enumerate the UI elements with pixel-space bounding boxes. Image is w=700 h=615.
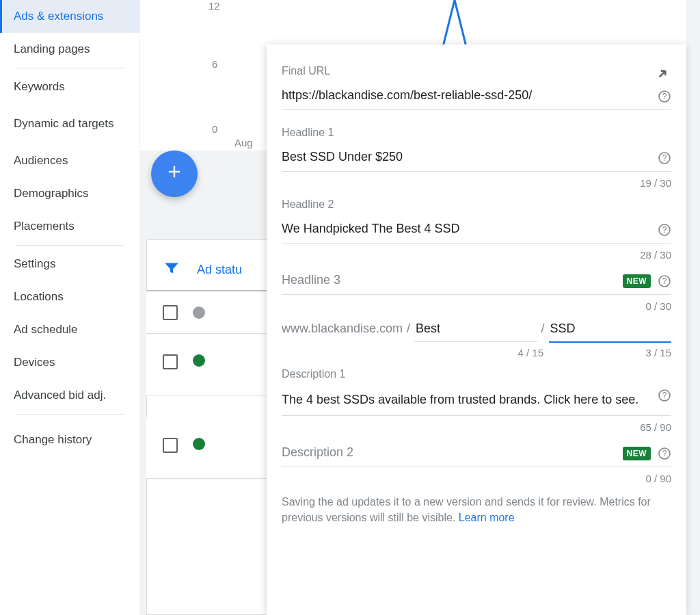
sidebar-item-keywords[interactable]: Keywords <box>0 70 139 103</box>
sidebar-label: Placements <box>14 220 75 233</box>
headline1-field: Headline 1 Best SSD Under $250 ? <box>282 127 671 172</box>
sidebar-item-settings[interactable]: Settings <box>0 248 139 280</box>
sidebar-label: Devices <box>14 356 55 369</box>
table-filter-row: Ad statu <box>146 250 242 289</box>
sidebar-separator <box>15 245 124 246</box>
sidebar-label: Ads & extensions <box>14 10 103 23</box>
x-tick-aug: Aug <box>234 137 253 148</box>
headline2-input[interactable]: We Handpicked The Best 4 SSD <box>282 219 671 244</box>
display-path-row: www.blackandise.com / Best / SSD <box>282 322 671 343</box>
row-checkbox[interactable] <box>163 438 178 453</box>
sidebar: Ads & extensions Landing pages Keywords … <box>0 0 140 615</box>
plus-icon <box>165 161 184 187</box>
path2-input[interactable]: SSD <box>549 322 671 343</box>
sidebar-label: Audiences <box>14 154 68 168</box>
sidebar-label: Dynamic ad targets <box>14 116 113 131</box>
description2-input[interactable]: Description 2 <box>282 443 671 467</box>
svg-text:?: ? <box>662 225 667 235</box>
sidebar-item-advanced-bid-adj[interactable]: Advanced bid adj. <box>0 379 139 412</box>
description1-label: Description 1 <box>282 368 671 380</box>
headline1-label: Headline 1 <box>282 127 671 139</box>
sidebar-label: Advanced bid adj. <box>14 389 106 402</box>
help-icon[interactable]: ? <box>658 151 671 165</box>
sidebar-item-locations[interactable]: Locations <box>0 280 139 313</box>
headline1-counter: 19 / 30 <box>282 177 671 189</box>
svg-text:?: ? <box>662 276 667 286</box>
status-dot-icon <box>193 438 205 450</box>
sidebar-label: Keywords <box>14 80 65 94</box>
path1-counter: 4 / 15 <box>436 347 543 358</box>
add-button[interactable] <box>151 151 198 197</box>
new-badge: NEW <box>623 274 651 288</box>
path-counters: 4 / 15 3 / 15 <box>282 347 671 358</box>
y-tick-12: 12 <box>208 0 220 12</box>
sidebar-label: Demographics <box>14 187 89 200</box>
description2-field: Description 2 NEW ? <box>282 443 671 467</box>
sidebar-item-devices[interactable]: Devices <box>0 346 139 379</box>
sidebar-item-demographics[interactable]: Demographics <box>0 177 139 210</box>
sidebar-item-ads-extensions[interactable]: Ads & extensions <box>0 0 139 33</box>
final-url-label: Final URL <box>282 65 671 77</box>
headline2-field: Headline 2 We Handpicked The Best 4 SSD … <box>282 198 671 244</box>
table-row[interactable] <box>146 334 269 395</box>
sidebar-item-placements[interactable]: Placements <box>0 210 139 243</box>
sidebar-separator <box>15 68 124 68</box>
headline1-input[interactable]: Best SSD Under $250 <box>282 147 671 172</box>
sidebar-item-change-history[interactable]: Change history <box>0 423 139 456</box>
help-icon[interactable]: ? <box>658 389 671 402</box>
help-icon[interactable]: ? <box>658 90 671 103</box>
headline3-counter: 0 / 30 <box>282 300 671 312</box>
display-domain: www.blackandise.com <box>282 322 403 336</box>
table-row[interactable] <box>146 417 269 479</box>
help-icon[interactable]: ? <box>658 223 671 237</box>
svg-text:?: ? <box>662 153 667 163</box>
status-dot-icon <box>193 354 205 367</box>
svg-text:?: ? <box>662 449 667 458</box>
sidebar-label: Locations <box>14 290 64 304</box>
description1-input[interactable]: The 4 best SSDs available from trusted b… <box>282 389 671 416</box>
save-ad-note: Saving the ad updates it to a new versio… <box>282 494 671 525</box>
sidebar-item-ad-schedule[interactable]: Ad schedule <box>0 313 139 346</box>
learn-more-link[interactable]: Learn more <box>459 512 515 523</box>
headline3-input[interactable]: Headline 3 <box>282 270 671 295</box>
help-icon[interactable]: ? <box>658 274 671 288</box>
sidebar-separator <box>15 414 124 415</box>
filter-icon[interactable] <box>163 259 180 280</box>
svg-text:?: ? <box>662 92 667 101</box>
description1-field: Description 1 The 4 best SSDs available … <box>282 368 671 416</box>
help-icon[interactable]: ? <box>658 447 671 460</box>
sidebar-label: Settings <box>14 257 55 271</box>
new-badge: NEW <box>623 447 651 460</box>
y-tick-0: 0 <box>212 123 217 135</box>
filter-status-label[interactable]: Ad statu <box>197 263 242 277</box>
table-header-row <box>146 290 269 334</box>
status-dot-icon <box>193 306 205 319</box>
description2-counter: 0 / 90 <box>282 473 671 484</box>
description1-counter: 65 / 90 <box>282 421 671 433</box>
sidebar-item-audiences[interactable]: Audiences <box>0 144 139 177</box>
path1-input[interactable]: Best <box>414 322 537 342</box>
headline2-counter: 28 / 30 <box>282 249 671 261</box>
final-url-input[interactable]: https://blackandise.com/best-reliable-ss… <box>282 86 671 110</box>
sidebar-item-dynamic-ad-targets[interactable]: Dynamic ad targets <box>0 103 139 144</box>
sidebar-label: Change history <box>14 433 92 447</box>
path2-counter: 3 / 15 <box>564 347 671 358</box>
path-slash: / <box>407 322 410 336</box>
path-slash: / <box>541 322 545 336</box>
sidebar-label: Landing pages <box>14 42 90 56</box>
y-tick-6: 6 <box>212 58 217 70</box>
headline2-label: Headline 2 <box>282 198 671 211</box>
select-all-checkbox[interactable] <box>163 305 178 320</box>
sidebar-label: Ad schedule <box>14 323 78 337</box>
sidebar-item-landing-pages[interactable]: Landing pages <box>0 33 139 66</box>
ad-editor-panel: Final URL https://blackandise.com/best-r… <box>267 44 686 615</box>
row-checkbox[interactable] <box>163 354 178 369</box>
headline3-field: Headline 3 NEW ? <box>282 270 671 295</box>
svg-text:?: ? <box>662 391 667 400</box>
final-url-field: Final URL https://blackandise.com/best-r… <box>282 65 671 110</box>
